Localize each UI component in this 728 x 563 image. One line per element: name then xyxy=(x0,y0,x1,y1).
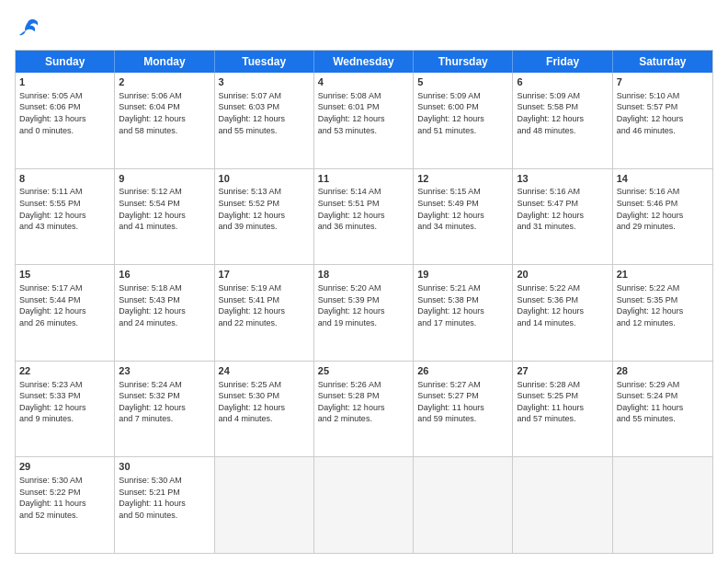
cell-line: Sunrise: 5:20 AM xyxy=(318,282,409,294)
header-friday: Friday xyxy=(513,51,612,73)
cell-line: Sunset: 5:33 PM xyxy=(19,390,110,402)
cell-line: Sunset: 5:24 PM xyxy=(617,390,709,402)
cell-line: Sunrise: 5:28 AM xyxy=(517,379,608,391)
cal-cell-27: 27Sunrise: 5:28 AMSunset: 5:25 PMDayligh… xyxy=(513,362,612,457)
day-number: 29 xyxy=(19,460,110,474)
cell-line: Daylight: 11 hours xyxy=(417,402,508,414)
cell-line: Sunrise: 5:17 AM xyxy=(19,282,110,294)
cell-line: Sunrise: 5:24 AM xyxy=(119,379,210,391)
header-sunday: Sunday xyxy=(16,51,115,73)
cell-line: Sunrise: 5:16 AM xyxy=(517,186,608,198)
header-wednesday: Wednesday xyxy=(314,51,414,73)
cell-line: and 51 minutes. xyxy=(417,125,508,137)
cal-cell-9: 9Sunrise: 5:12 AMSunset: 5:54 PMDaylight… xyxy=(115,169,214,265)
cell-line: and 39 minutes. xyxy=(219,221,310,233)
day-number: 17 xyxy=(219,268,310,282)
cell-line: Sunset: 5:21 PM xyxy=(119,487,210,499)
header-thursday: Thursday xyxy=(414,51,513,73)
cell-line: and 55 minutes. xyxy=(219,125,310,137)
cell-line: and 0 minutes. xyxy=(19,125,110,137)
cell-line: Sunrise: 5:15 AM xyxy=(417,186,508,198)
cell-line: Daylight: 12 hours xyxy=(517,305,608,317)
cell-line: Sunrise: 5:23 AM xyxy=(19,379,110,391)
cal-cell-23: 23Sunrise: 5:24 AMSunset: 5:32 PMDayligh… xyxy=(115,362,214,457)
cell-line: Daylight: 12 hours xyxy=(119,210,210,222)
cell-line: and 34 minutes. xyxy=(417,221,508,233)
cell-line: Sunset: 5:46 PM xyxy=(617,198,709,210)
calendar: SundayMondayTuesdayWednesdayThursdayFrid… xyxy=(15,50,713,554)
cell-line: Sunset: 5:36 PM xyxy=(517,294,608,306)
cell-line: Sunrise: 5:05 AM xyxy=(19,90,110,102)
cell-line: Sunrise: 5:10 AM xyxy=(617,90,709,102)
cell-line: Sunrise: 5:09 AM xyxy=(517,90,608,102)
week-row-3: 15Sunrise: 5:17 AMSunset: 5:44 PMDayligh… xyxy=(16,264,712,361)
cal-cell-20: 20Sunrise: 5:22 AMSunset: 5:36 PMDayligh… xyxy=(513,265,612,361)
cal-cell-2: 2Sunrise: 5:06 AMSunset: 6:04 PMDaylight… xyxy=(115,73,214,168)
cell-line: Sunset: 5:57 PM xyxy=(617,101,709,113)
cell-line: Sunrise: 5:26 AM xyxy=(318,379,409,391)
cell-line: and 36 minutes. xyxy=(318,221,409,233)
cal-cell-6: 6Sunrise: 5:09 AMSunset: 5:58 PMDaylight… xyxy=(513,73,612,168)
cell-line: Daylight: 12 hours xyxy=(417,210,508,222)
day-number: 5 xyxy=(417,75,508,89)
cal-cell-15: 15Sunrise: 5:17 AMSunset: 5:44 PMDayligh… xyxy=(16,265,115,361)
cell-line: and 55 minutes. xyxy=(617,413,709,425)
cal-cell-10: 10Sunrise: 5:13 AMSunset: 5:52 PMDayligh… xyxy=(215,169,314,265)
cell-line: Sunset: 5:25 PM xyxy=(517,390,608,402)
cal-cell-1: 1Sunrise: 5:05 AMSunset: 6:06 PMDaylight… xyxy=(16,73,115,168)
day-number: 27 xyxy=(517,364,608,378)
day-number: 16 xyxy=(119,268,210,282)
week-row-1: 1Sunrise: 5:05 AMSunset: 6:06 PMDaylight… xyxy=(16,73,712,168)
cell-line: Sunset: 5:35 PM xyxy=(617,294,709,306)
cal-cell-24: 24Sunrise: 5:25 AMSunset: 5:30 PMDayligh… xyxy=(215,362,314,457)
cell-line: Sunrise: 5:22 AM xyxy=(517,282,608,294)
day-number: 18 xyxy=(318,268,409,282)
day-number: 25 xyxy=(318,364,409,378)
cal-cell-empty-6 xyxy=(613,457,712,553)
cell-line: Daylight: 12 hours xyxy=(19,210,110,222)
cell-line: and 31 minutes. xyxy=(517,221,608,233)
day-number: 30 xyxy=(119,460,210,474)
cell-line: Daylight: 12 hours xyxy=(318,210,409,222)
cell-line: Daylight: 12 hours xyxy=(119,113,210,125)
cell-line: Sunset: 5:41 PM xyxy=(219,294,310,306)
day-number: 28 xyxy=(617,364,709,378)
cell-line: Daylight: 12 hours xyxy=(517,113,608,125)
cell-line: Sunrise: 5:27 AM xyxy=(417,379,508,391)
cell-line: Daylight: 12 hours xyxy=(617,113,709,125)
cell-line: Daylight: 11 hours xyxy=(617,402,709,414)
cal-cell-14: 14Sunrise: 5:16 AMSunset: 5:46 PMDayligh… xyxy=(613,169,712,265)
day-number: 22 xyxy=(19,364,110,378)
cell-line: Sunrise: 5:25 AM xyxy=(219,379,310,391)
cal-cell-8: 8Sunrise: 5:11 AMSunset: 5:55 PMDaylight… xyxy=(16,169,115,265)
week-row-2: 8Sunrise: 5:11 AMSunset: 5:55 PMDaylight… xyxy=(16,168,712,265)
header-saturday: Saturday xyxy=(613,51,712,73)
cell-line: Sunset: 5:27 PM xyxy=(417,390,508,402)
cal-cell-3: 3Sunrise: 5:07 AMSunset: 6:03 PMDaylight… xyxy=(215,73,314,168)
cell-line: and 17 minutes. xyxy=(417,317,508,329)
cell-line: Sunrise: 5:19 AM xyxy=(219,282,310,294)
cell-line: Daylight: 12 hours xyxy=(19,305,110,317)
cell-line: Sunset: 5:52 PM xyxy=(219,198,310,210)
cell-line: and 46 minutes. xyxy=(617,125,709,137)
cell-line: Sunset: 5:47 PM xyxy=(517,198,608,210)
cell-line: Sunset: 5:54 PM xyxy=(119,198,210,210)
cell-line: Daylight: 12 hours xyxy=(617,210,709,222)
week-row-5: 29Sunrise: 5:30 AMSunset: 5:22 PMDayligh… xyxy=(16,456,712,553)
cal-cell-26: 26Sunrise: 5:27 AMSunset: 5:27 PMDayligh… xyxy=(414,362,513,457)
cell-line: and 57 minutes. xyxy=(517,413,608,425)
cell-line: and 52 minutes. xyxy=(19,510,110,522)
cell-line: and 53 minutes. xyxy=(318,125,409,137)
cell-line: Daylight: 12 hours xyxy=(119,402,210,414)
cell-line: Sunrise: 5:12 AM xyxy=(119,186,210,198)
cal-cell-30: 30Sunrise: 5:30 AMSunset: 5:21 PMDayligh… xyxy=(115,457,214,553)
cell-line: and 59 minutes. xyxy=(417,413,508,425)
cell-line: Sunset: 5:49 PM xyxy=(417,198,508,210)
cell-line: Sunset: 5:44 PM xyxy=(19,294,110,306)
cell-line: Daylight: 12 hours xyxy=(219,113,310,125)
cell-line: Sunset: 6:00 PM xyxy=(417,101,508,113)
cell-line: Daylight: 12 hours xyxy=(318,113,409,125)
day-number: 23 xyxy=(119,364,210,378)
day-number: 26 xyxy=(417,364,508,378)
cal-cell-22: 22Sunrise: 5:23 AMSunset: 5:33 PMDayligh… xyxy=(16,362,115,457)
